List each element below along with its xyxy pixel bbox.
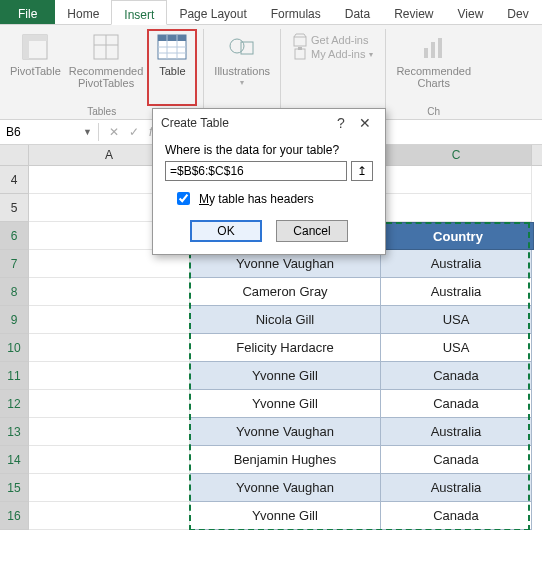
tab-page-layout[interactable]: Page Layout [167, 0, 258, 24]
cell[interactable]: Felicity Hardacre [190, 334, 381, 362]
close-button[interactable]: ✕ [353, 115, 377, 131]
cell[interactable] [29, 278, 190, 306]
cell[interactable]: Yvonne Gill [190, 502, 381, 530]
row-header[interactable]: 7 [0, 250, 29, 278]
create-table-dialog: Create Table ? ✕ Where is the data for y… [152, 108, 386, 255]
has-headers-label[interactable]: My table has headers [199, 192, 314, 206]
tables-group-label: Tables [87, 106, 116, 119]
get-addins-button[interactable]: Get Add-ins [293, 33, 373, 47]
cell[interactable]: Benjamin Hughes [190, 446, 381, 474]
cancel-button[interactable]: Cancel [276, 220, 348, 242]
cell[interactable]: Yvonne Gill [190, 362, 381, 390]
cell[interactable] [29, 306, 190, 334]
row-header[interactable]: 6 [0, 222, 29, 250]
cell[interactable]: Australia [381, 250, 532, 278]
col-header-c[interactable]: C [381, 145, 532, 165]
cell[interactable]: USA [381, 306, 532, 334]
svg-rect-19 [438, 38, 442, 58]
tab-formulas[interactable]: Formulas [259, 0, 333, 24]
cell[interactable] [29, 446, 190, 474]
cell[interactable] [29, 362, 190, 390]
tab-developer[interactable]: Dev [495, 0, 540, 24]
ribbon-group-illustrations: Illustrations ▾ [204, 29, 281, 119]
row-header[interactable]: 12 [0, 390, 29, 418]
dialog-prompt: Where is the data for your table? [165, 143, 373, 157]
tab-home[interactable]: Home [55, 0, 111, 24]
cell[interactable]: USA [381, 334, 532, 362]
svg-point-12 [230, 39, 244, 53]
pivottable-button[interactable]: PivotTable [6, 29, 65, 106]
cell[interactable] [29, 418, 190, 446]
row-header[interactable]: 14 [0, 446, 29, 474]
cell[interactable]: Australia [381, 418, 532, 446]
collapse-dialog-icon: ↥ [357, 164, 367, 178]
cell[interactable]: Canada [381, 502, 532, 530]
addins-icon [293, 47, 307, 61]
row-header[interactable]: 8 [0, 278, 29, 306]
range-input[interactable] [165, 161, 347, 181]
table-label: Table [159, 65, 185, 77]
cell[interactable]: Cameron Gray [190, 278, 381, 306]
grid-row: 14Benjamin HughesCanada [0, 446, 542, 474]
my-addins-button[interactable]: My Add-ins ▾ [293, 47, 373, 61]
grid-row: 16Yvonne GillCanada [0, 502, 542, 530]
svg-rect-16 [298, 47, 302, 50]
cell[interactable]: Yvonne Gill [190, 390, 381, 418]
cell[interactable] [29, 502, 190, 530]
row-header[interactable]: 10 [0, 334, 29, 362]
cell[interactable] [381, 166, 532, 194]
ribbon-group-addins: Get Add-ins My Add-ins ▾ Add-ins [281, 29, 386, 119]
cell[interactable]: Canada [381, 390, 532, 418]
cell[interactable]: Country [382, 222, 534, 250]
row-header[interactable]: 4 [0, 166, 29, 194]
cell[interactable] [29, 334, 190, 362]
grid-row: 10Felicity HardacreUSA [0, 334, 542, 362]
cell[interactable] [29, 390, 190, 418]
chart-icon [418, 31, 450, 63]
row-header[interactable]: 9 [0, 306, 29, 334]
range-picker-button[interactable]: ↥ [351, 161, 373, 181]
svg-rect-7 [158, 35, 186, 41]
cell[interactable]: Yvonne Vaughan [190, 418, 381, 446]
ok-button[interactable]: OK [190, 220, 262, 242]
confirm-entry-icon[interactable]: ✓ [129, 125, 139, 139]
row-header[interactable]: 16 [0, 502, 29, 530]
row-header[interactable]: 13 [0, 418, 29, 446]
cancel-entry-icon[interactable]: ✕ [109, 125, 119, 139]
cell[interactable] [381, 194, 532, 222]
ribbon-group-tables: PivotTable Recommended PivotTables Table… [0, 29, 204, 119]
tab-insert[interactable]: Insert [111, 0, 167, 25]
row-header[interactable]: 15 [0, 474, 29, 502]
tab-view[interactable]: View [446, 0, 496, 24]
ribbon-body: PivotTable Recommended PivotTables Table… [0, 25, 542, 120]
has-headers-checkbox[interactable] [177, 192, 190, 205]
recommended-pivottables-button[interactable]: Recommended PivotTables [65, 29, 148, 106]
svg-rect-2 [23, 35, 29, 59]
chevron-down-icon[interactable]: ▼ [83, 127, 92, 137]
cell[interactable] [29, 474, 190, 502]
recommended-charts-button[interactable]: Recommended Charts [392, 29, 475, 106]
pivottable-icon [19, 31, 51, 63]
svg-rect-18 [431, 42, 435, 58]
cell[interactable]: Australia [381, 278, 532, 306]
help-button[interactable]: ? [329, 115, 353, 131]
tab-file[interactable]: File [0, 0, 55, 24]
cell[interactable]: Australia [381, 474, 532, 502]
table-button[interactable]: Table [147, 29, 197, 106]
cell[interactable]: Canada [381, 446, 532, 474]
cell[interactable]: Yvonne Vaughan [190, 474, 381, 502]
tab-review[interactable]: Review [382, 0, 445, 24]
chevron-down-icon: ▾ [369, 50, 373, 59]
formula-bar[interactable]: ✕ ✓ fx [99, 125, 158, 139]
select-all-corner[interactable] [0, 145, 29, 165]
tab-data[interactable]: Data [333, 0, 382, 24]
recommended-charts-label: Recommended Charts [396, 65, 471, 89]
cell[interactable]: Canada [381, 362, 532, 390]
dialog-title: Create Table [161, 116, 329, 130]
dialog-titlebar[interactable]: Create Table ? ✕ [153, 109, 385, 137]
cell[interactable]: Nicola Gill [190, 306, 381, 334]
name-box[interactable]: B6 ▼ [0, 123, 99, 141]
row-header[interactable]: 5 [0, 194, 29, 222]
row-header[interactable]: 11 [0, 362, 29, 390]
illustrations-button[interactable]: Illustrations ▾ [210, 29, 274, 106]
